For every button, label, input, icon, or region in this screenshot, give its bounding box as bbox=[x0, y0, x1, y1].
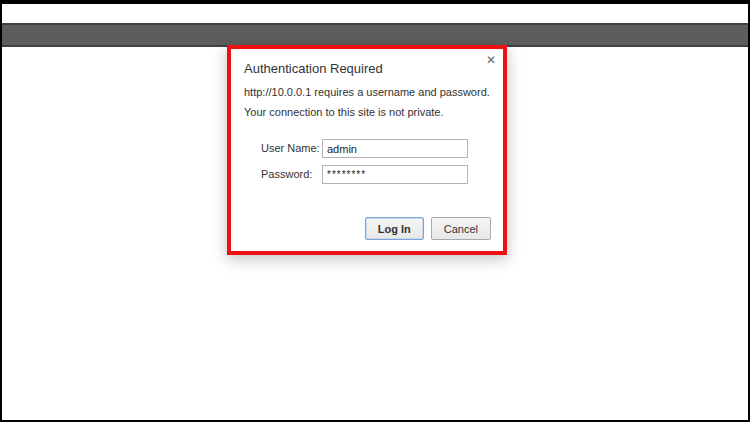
username-field[interactable] bbox=[322, 139, 468, 158]
password-label: Password: bbox=[261, 168, 312, 180]
browser-toolbar bbox=[2, 23, 748, 47]
close-icon[interactable]: ✕ bbox=[486, 54, 496, 66]
username-label: User Name: bbox=[261, 142, 320, 154]
password-field[interactable] bbox=[322, 165, 468, 184]
auth-dialog-body: ✕ Authentication Required http://10.0.0.… bbox=[231, 49, 503, 251]
browser-window: ✕ Authentication Required http://10.0.0.… bbox=[0, 0, 750, 422]
dialog-message-privacy: Your connection to this site is not priv… bbox=[244, 106, 444, 118]
window-top-strip bbox=[2, 4, 748, 23]
log-in-button[interactable]: Log In bbox=[365, 217, 424, 240]
username-row: User Name: bbox=[231, 139, 503, 158]
auth-dialog: ✕ Authentication Required http://10.0.0.… bbox=[227, 45, 507, 255]
dialog-button-row: Log In Cancel bbox=[365, 217, 491, 240]
dialog-message-url: http://10.0.0.1 requires a username and … bbox=[244, 86, 490, 98]
password-row: Password: bbox=[231, 165, 503, 184]
dialog-title: Authentication Required bbox=[244, 61, 383, 76]
cancel-button[interactable]: Cancel bbox=[431, 217, 491, 240]
